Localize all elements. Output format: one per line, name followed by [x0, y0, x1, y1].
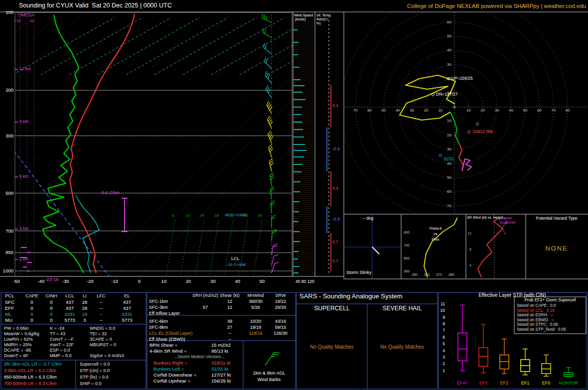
stp-legend-row: based on STP_fixed: 0.05: [517, 327, 566, 332]
kin-cell: 5/26: [251, 305, 260, 310]
stp-ytick: 4: [442, 349, 445, 353]
kin-row-label: SFC-6km: [149, 319, 168, 324]
kin-row-label: LCL-EL (Cloud Layer): [149, 331, 192, 336]
temp-adv-value: 0.7: [332, 240, 338, 245]
stat-value: DCAPE = -95: [4, 348, 31, 353]
stat-value: WNDG = 0.0: [90, 326, 115, 331]
kin-cell: 126/30: [274, 331, 288, 336]
composite-index-value: STP (cin) = 0.0: [80, 369, 110, 374]
parcel-cell: 0: [50, 312, 52, 317]
parcel-cell: 437: [66, 300, 74, 305]
kin-cell: 118/19: [249, 331, 263, 336]
stat-value: MeanW = 0.6g/kg: [4, 332, 39, 337]
hodo-axis-tick: 60: [367, 109, 372, 113]
stat-value: MBURST = 0: [90, 343, 116, 348]
parcel-cell: 437: [123, 306, 131, 311]
hodo-axis-tick: 70: [447, 204, 451, 209]
hodo-axis-tick: 40: [447, 162, 451, 166]
temp-tick: 10: [161, 279, 167, 284]
stat-value: 3CAPE = 0: [90, 337, 112, 342]
hodo-marker: 319/11 RM: [472, 130, 493, 134]
hodo-axis-tick: 20: [480, 109, 485, 113]
stat-value: DownT = 6F: [4, 354, 28, 359]
thetae-xtick: 250: [412, 273, 418, 277]
pressure-tick: 100: [5, 10, 13, 15]
parcel-cell: 0: [50, 300, 52, 305]
kin-cell: 27: [227, 325, 232, 330]
temp-adv-value: -0.9: [332, 147, 340, 151]
storm-motion-value: 31/31 kt: [211, 367, 228, 372]
pressure-tick: 1000: [3, 268, 13, 273]
stp-category-label: EF0: [542, 381, 551, 386]
parcel-cell: 0: [30, 318, 33, 323]
hodo-axis-tick: 70: [353, 109, 358, 113]
thetae-ytick: 600: [404, 231, 410, 235]
storm-motion-value: 156/25 kt: [211, 379, 231, 384]
stp-ytick: 1: [442, 369, 445, 373]
temp-adv-value: 0.4: [332, 104, 338, 108]
hodo-axis-tick: 10: [466, 109, 471, 113]
hodo-axis-tick: 50: [523, 109, 528, 113]
moist-adiabat-label: 26: [244, 214, 248, 218]
kin-cell: 39: [227, 319, 232, 324]
lapse-rate-value: 3-6km AGL LR = 8.3 C/km: [4, 369, 56, 374]
thetae-ytick: 700: [404, 244, 410, 248]
parcel-cell: 3: [83, 318, 86, 323]
stp-category-label: EF1: [521, 381, 530, 386]
kin-row-label: SFC-1km: [149, 299, 168, 304]
stp-ytick: 10: [441, 308, 445, 313]
stp-category-label: EF4+: [457, 381, 468, 386]
hodo-axis-tick: 30: [410, 109, 414, 113]
parcel-cell: 0: [50, 306, 52, 311]
kin-cell: 29/20: [275, 305, 287, 310]
pressure-tick: 850: [5, 250, 13, 255]
hodo-axis-tick: 70: [551, 109, 556, 113]
stp-category-label: EF3: [479, 381, 488, 386]
stp-ytick: 9: [442, 315, 445, 320]
temp-tick: -40: [37, 279, 44, 284]
generated-labels-layer: 61014182226301002003005007008501000-50-4…: [0, 0, 588, 390]
pressure-tick: 200: [5, 88, 13, 93]
stat-value: maxT = 22F: [50, 343, 74, 348]
storm-motion-label: Corfidi Upshear =: [153, 379, 190, 384]
height-tick: 3 km: [19, 227, 28, 231]
kin-cell: 19/18: [250, 325, 262, 330]
temp-tick: 50: [260, 279, 265, 284]
hodo-axis-tick: 50: [447, 176, 451, 180]
stp-legend-row: based on ESRH: --: [517, 313, 553, 317]
temp-tick: 40: [235, 279, 240, 284]
parcel-cell: --: [100, 306, 103, 311]
thetae-xtick: 280: [448, 273, 454, 277]
parcel-cell: 19: [82, 312, 88, 317]
hodo-axis-tick: 30: [447, 147, 451, 152]
kin-col-header: MnWind: [247, 293, 264, 298]
kin-row-label: SFC-8km: [149, 325, 168, 330]
stat-value: K = -24: [50, 326, 64, 331]
hodo-axis-tick: 60: [447, 190, 451, 194]
parcel-row-label: ML: [5, 312, 11, 317]
temp-tick: 20: [186, 279, 191, 284]
kin-cell: 59/15: [275, 325, 287, 330]
kin-cell: --: [228, 331, 231, 336]
lapse-rate-value: Sfc-3km AGL LR = -0.7 C/km: [4, 362, 62, 367]
hodo-axis-tick: 40: [509, 109, 513, 113]
stat-value: TEI = 32: [90, 332, 107, 337]
thetae-ytick: 900: [404, 269, 410, 273]
stp-legend-row: based on STPC: 0.06: [517, 322, 558, 327]
stp-ytick: 7: [442, 328, 445, 333]
hodo-marker: 31/31: [443, 157, 454, 161]
hodo-axis-tick: 20: [424, 109, 429, 113]
pressure-tick: 500: [5, 191, 13, 196]
parcel-cell: --: [100, 312, 103, 317]
height-tick: 1 km: [19, 257, 28, 261]
composite-index-value: STP (fix) = 0.0: [80, 375, 109, 380]
parcel-cell: 1031: [122, 312, 132, 317]
height-tick: 12 km: [19, 67, 31, 71]
moist-adiabat-label: 22: [229, 214, 233, 218]
moist-adiabat-label: 14: [200, 214, 204, 218]
parcel-cell: 0: [30, 312, 33, 317]
kin-row-label: SFC-3km: [149, 305, 168, 310]
parcel-col-header: CAPE: [25, 293, 38, 298]
hodo-axis-tick: 50: [447, 34, 451, 39]
kin-cell: 360/30: [249, 299, 263, 304]
